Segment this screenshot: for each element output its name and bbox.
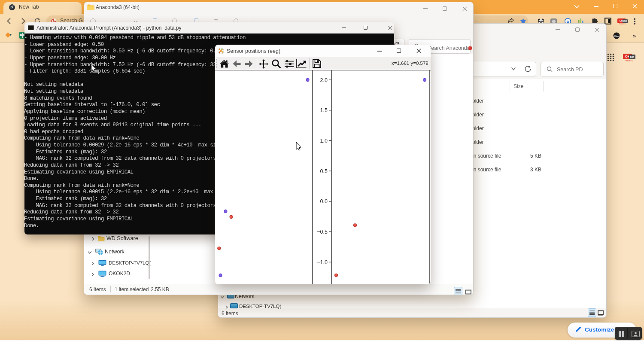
svg-text:2.0: 2.0	[320, 77, 328, 83]
svg-text:−0.5: −0.5	[317, 229, 328, 235]
svg-text:−1.0: −1.0	[317, 259, 328, 265]
svg-text:1.5: 1.5	[320, 107, 328, 113]
svg-text:0.0: 0.0	[320, 198, 328, 204]
svg-text:1.0: 1.0	[320, 138, 328, 144]
svg-text:0.5: 0.5	[320, 168, 328, 174]
